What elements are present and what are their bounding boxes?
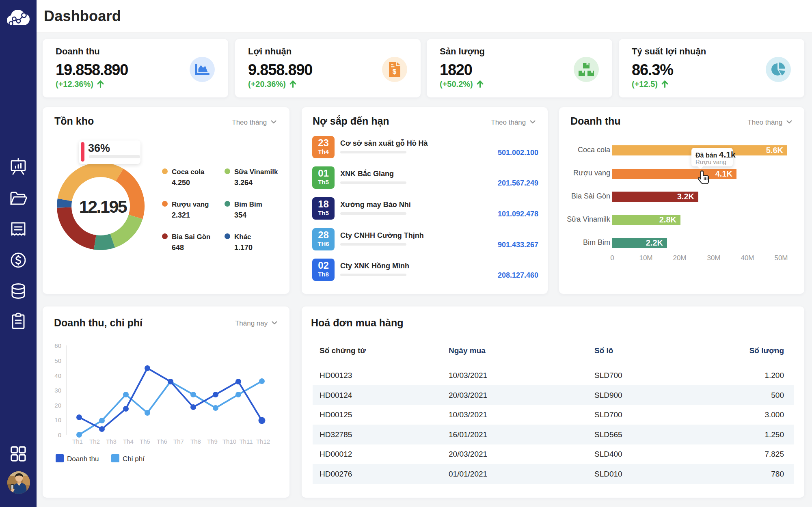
svg-text:$: $	[393, 68, 397, 76]
